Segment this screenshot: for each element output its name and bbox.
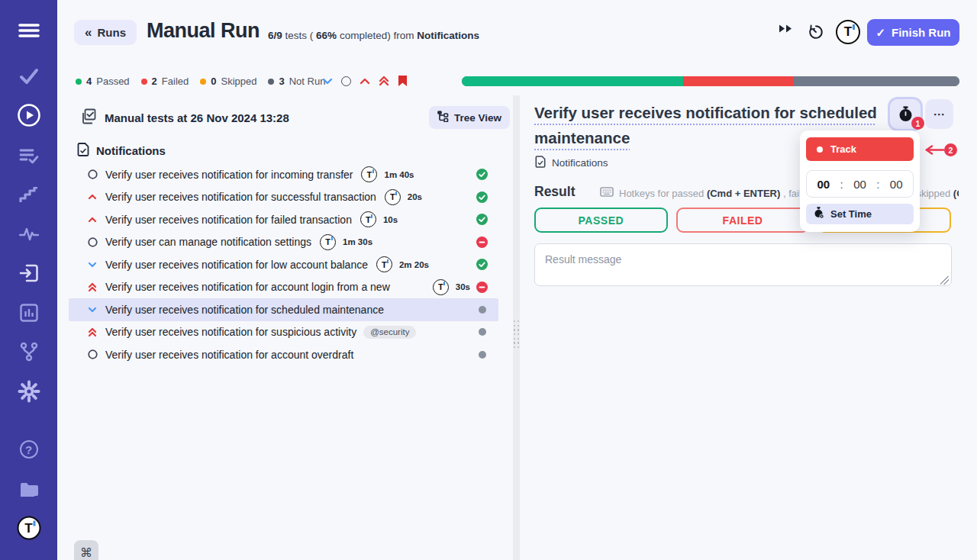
stat-passed: 4Passed [76, 76, 130, 87]
testomat-logo[interactable]: T [17, 517, 40, 540]
testomat-logo-icon: T [385, 189, 401, 205]
tree-view-label: Tree View [454, 112, 501, 124]
test-title: Verify user receives notification for sc… [105, 304, 384, 316]
failed-dot-icon [141, 79, 147, 85]
filter-bookmark-icon[interactable] [398, 75, 408, 87]
document-check-icon [77, 143, 89, 159]
filter-priority-low-icon[interactable] [322, 78, 333, 85]
timer-seconds[interactable]: 00 [890, 178, 903, 191]
list-check-icon[interactable] [19, 146, 39, 165]
test-title: Verify user receives notification for in… [105, 169, 353, 181]
failed-button[interactable]: FAILED [676, 208, 810, 233]
notrun-dot-icon [268, 79, 274, 85]
priority-high-icon [87, 217, 98, 223]
timer-hours[interactable]: 00 [817, 178, 830, 191]
back-label: Runs [97, 26, 126, 39]
test-row-selected[interactable]: Verify user receives notification for sc… [69, 298, 498, 321]
folder-icon[interactable] [18, 480, 40, 498]
suite-header[interactable]: Notifications [77, 143, 166, 159]
tree-view-button[interactable]: Tree View [429, 106, 510, 129]
test-row[interactable]: Verify user receives notification for fa… [69, 208, 498, 231]
branch-icon[interactable] [18, 341, 40, 362]
help-icon[interactable]: ? [20, 440, 38, 459]
test-title: Verify user receives notification for su… [105, 191, 376, 203]
tree-view-icon [437, 111, 449, 124]
test-row[interactable]: Verify user receives notification for su… [69, 186, 498, 209]
filter-priority-high-icon[interactable] [360, 78, 370, 85]
test-row[interactable]: Verify user receives notification for su… [69, 321, 498, 344]
priority-critical-icon [87, 327, 98, 337]
detail-suite-name: Notifications [552, 157, 608, 169]
test-row[interactable]: Verify user receives notification for lo… [69, 253, 498, 276]
passed-button[interactable]: PASSED [534, 208, 668, 233]
bar-chart-icon[interactable] [19, 303, 39, 323]
subtitle-text2: completed) from [340, 30, 414, 41]
timer-display[interactable]: 00 : 00 : 00 [806, 170, 914, 198]
import-icon[interactable] [19, 263, 39, 283]
status-passed-icon [476, 191, 488, 203]
set-time-button[interactable]: Set Time [806, 204, 914, 224]
check-icon[interactable] [19, 68, 39, 85]
test-title: Verify user can manage notification sett… [105, 236, 311, 248]
test-row[interactable]: Verify user receives notification for ac… [69, 276, 498, 299]
filter-priority-normal-icon[interactable] [341, 76, 351, 86]
timer-colon: : [876, 178, 879, 191]
run-title: Manual tests at 26 Nov 2024 13:28 [105, 111, 289, 124]
status-passed-icon [476, 259, 488, 270]
timer-minutes[interactable]: 00 [853, 178, 866, 191]
passed-dot-icon [76, 79, 82, 85]
test-title: Verify user receives notification for lo… [105, 259, 368, 271]
finish-run-button[interactable]: ✓ Finish Run [867, 19, 959, 46]
stat-skipped: 0Skipped [200, 76, 256, 87]
test-title: Verify user receives notification for ac… [105, 281, 390, 293]
back-to-runs-button[interactable]: « Runs [74, 20, 137, 45]
timer-colon: : [840, 178, 843, 191]
status-passed-icon [476, 214, 488, 225]
steps-icon[interactable] [19, 187, 39, 204]
run-progress-bar [462, 76, 959, 86]
timer-restart-icon[interactable] [808, 24, 824, 40]
track-button[interactable]: Track [806, 137, 914, 161]
pane-resizer[interactable] [513, 95, 520, 560]
status-failed-icon [476, 237, 488, 248]
page-title: Manual Run [147, 19, 260, 43]
stat-failed: 2Failed [141, 76, 189, 87]
menu-icon[interactable] [18, 22, 40, 39]
test-duration: 2m 20s [399, 260, 429, 269]
status-notrun-icon [479, 306, 488, 314]
test-duration: 30s [456, 282, 470, 291]
resizer-grip-icon [514, 320, 519, 348]
track-label: Track [830, 143, 856, 155]
test-title: Verify user receives notification for fa… [105, 214, 352, 226]
more-options-button[interactable]: ⋯ [925, 99, 953, 129]
play-circle-icon[interactable] [17, 103, 41, 127]
checklist-icon [80, 108, 96, 127]
keyboard-icon [600, 187, 614, 199]
run-stats: 4Passed 2Failed 0Skipped 3Not Run [76, 76, 325, 87]
priority-normal-icon [87, 349, 98, 359]
filter-priority-critical-icon[interactable] [379, 76, 389, 86]
record-dot-icon [817, 146, 823, 153]
test-row[interactable]: Verify user can manage notification sett… [69, 231, 498, 254]
priority-low-icon [87, 307, 98, 313]
test-row[interactable]: Verify user receives notification for in… [69, 163, 498, 186]
testomat-logo-icon: T [376, 256, 392, 272]
priority-high-icon [87, 194, 98, 200]
test-row[interactable]: Verify user receives notification for ac… [69, 343, 498, 366]
test-duration: 10s [383, 215, 398, 224]
fast-forward-icon[interactable] [779, 24, 794, 34]
command-shortcut-button[interactable]: ⌘ [74, 540, 98, 560]
priority-normal-icon [87, 169, 98, 179]
document-check-icon [535, 156, 546, 170]
detail-suite-breadcrumb[interactable]: Notifications [535, 156, 608, 170]
suite-name: Notifications [96, 144, 166, 157]
annotation-arrow-icon [921, 144, 945, 159]
testomat-logo-header[interactable]: T [836, 20, 860, 44]
test-duration: 1m 40s [384, 170, 414, 179]
gear-icon[interactable] [18, 380, 40, 403]
result-message-input[interactable] [534, 243, 952, 286]
priority-normal-icon [87, 237, 98, 247]
pulse-icon[interactable] [19, 227, 39, 242]
priority-low-icon [87, 262, 98, 268]
run-progress-subtitle: 6/9 tests ( 66% completed) from Notifica… [268, 30, 479, 41]
